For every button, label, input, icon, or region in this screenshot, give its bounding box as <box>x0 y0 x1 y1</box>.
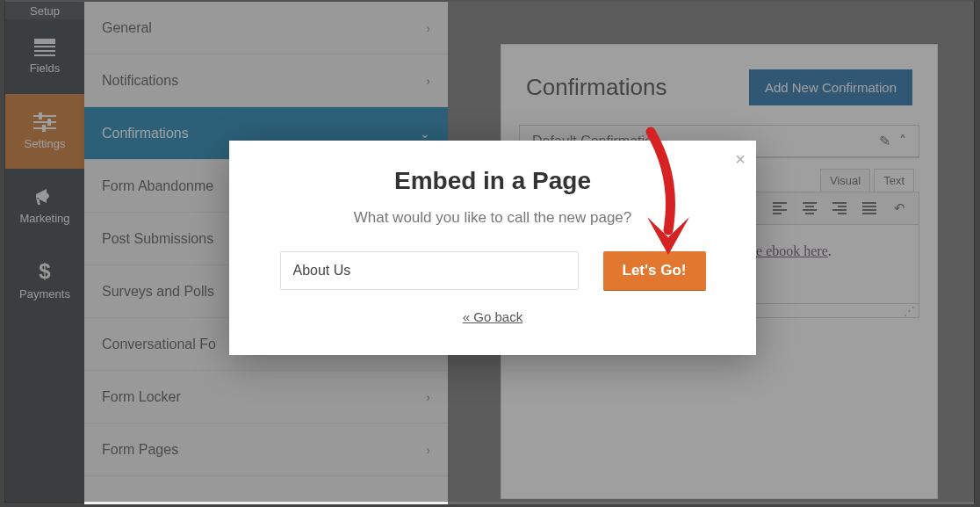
embed-modal: × Embed in a Page What would you like to… <box>229 141 756 355</box>
go-back-link[interactable]: « Go back <box>463 309 522 324</box>
lets-go-button[interactable]: Let's Go! <box>603 251 706 290</box>
close-icon[interactable]: × <box>735 149 746 170</box>
modal-form-row: Let's Go! <box>256 251 730 290</box>
modal-subtitle: What would you like to call the new page… <box>256 209 730 227</box>
modal-title: Embed in a Page <box>256 167 730 195</box>
page-name-input[interactable] <box>280 251 579 290</box>
